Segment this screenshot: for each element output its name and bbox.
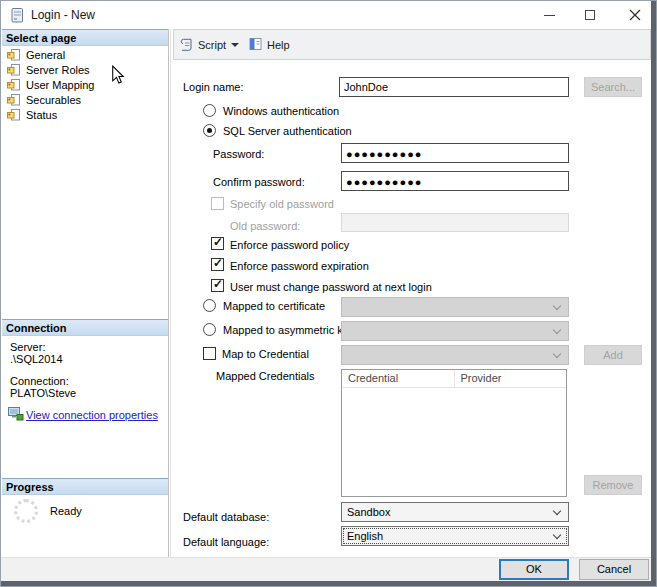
- minimize-button[interactable]: [534, 1, 564, 29]
- default-language-label: Default language:: [183, 536, 269, 549]
- mapped-to-asymmetric-key-label: Mapped to asymmetric key: [223, 324, 354, 337]
- sidebar-item-label: Status: [26, 109, 57, 121]
- default-database-combo[interactable]: Sandbox: [341, 502, 569, 522]
- confirm-password-input[interactable]: [341, 171, 569, 191]
- help-button[interactable]: Help: [267, 39, 290, 51]
- mapped-credentials-label: Mapped Credentials: [216, 370, 314, 383]
- specify-old-password-checkbox[interactable]: [211, 197, 224, 210]
- mouse-cursor: [111, 65, 125, 85]
- help-icon[interactable]: [249, 37, 263, 51]
- page-icon: [7, 78, 21, 92]
- enforce-password-expiration-label: Enforce password expiration: [230, 260, 369, 273]
- maximize-button[interactable]: [575, 1, 605, 29]
- asymmetric-key-combo[interactable]: [341, 321, 569, 341]
- mapped-to-certificate-radio[interactable]: [203, 299, 216, 312]
- connection-header: Connection: [2, 319, 168, 336]
- map-to-credential-label: Map to Credential: [222, 348, 309, 361]
- sidebar-item-server-roles[interactable]: Server Roles: [4, 63, 164, 78]
- certificate-combo[interactable]: [341, 297, 569, 317]
- connection-value: PLATO\Steve: [10, 387, 76, 399]
- table-header-row: Credential Provider: [342, 370, 566, 388]
- sql-auth-label: SQL Server authentication: [223, 125, 352, 138]
- confirm-password-label: Confirm password:: [213, 176, 305, 189]
- sql-auth-radio[interactable]: [203, 124, 216, 137]
- script-button[interactable]: Script: [198, 39, 226, 51]
- title-bar: Login - New: [1, 1, 651, 29]
- old-password-input[interactable]: [341, 213, 569, 232]
- chevron-down-icon: [553, 531, 561, 539]
- provider-column-header: Provider: [455, 370, 567, 387]
- connection-properties-icon: [8, 407, 24, 421]
- must-change-password-checkbox[interactable]: ✓: [211, 279, 224, 292]
- sidebar-item-label: General: [26, 49, 65, 61]
- page-icon: [7, 108, 21, 122]
- window-edge-right: [651, 1, 657, 587]
- chevron-down-icon: [553, 326, 561, 334]
- sidebar-item-label: Securables: [26, 94, 81, 106]
- server-value: .\SQL2014: [10, 353, 63, 365]
- default-language-value: English: [347, 530, 383, 542]
- chevron-down-icon: [553, 507, 561, 515]
- credential-combo[interactable]: [341, 345, 569, 365]
- enforce-password-expiration-checkbox[interactable]: ✓: [211, 258, 224, 271]
- default-language-combo[interactable]: English: [341, 526, 569, 546]
- view-connection-properties-link[interactable]: View connection properties: [26, 409, 158, 421]
- mapped-to-certificate-label: Mapped to certificate: [223, 300, 325, 313]
- default-database-value: Sandbox: [347, 506, 390, 518]
- login-new-dialog: Login - New Script Help Select a page: [0, 0, 657, 587]
- sidebar-item-securables[interactable]: Securables: [4, 93, 164, 108]
- chevron-down-icon: [553, 302, 561, 310]
- password-input[interactable]: [341, 143, 569, 163]
- old-password-label: Old password:: [230, 220, 300, 233]
- map-to-credential-checkbox[interactable]: [203, 347, 216, 360]
- sidebar-item-status[interactable]: Status: [4, 108, 164, 123]
- sidebar-item-user-mapping[interactable]: User Mapping: [4, 78, 164, 93]
- sidebar: Select a page General Server Roles: [2, 29, 169, 557]
- add-button[interactable]: Add: [584, 345, 642, 365]
- page-icon: [7, 48, 21, 62]
- windows-auth-radio[interactable]: [203, 104, 216, 117]
- server-label: Server:: [10, 341, 45, 353]
- dialog-toolbar: [173, 29, 651, 60]
- page-icon: [7, 93, 21, 107]
- sidebar-item-label: User Mapping: [26, 79, 94, 91]
- search-button[interactable]: Search...: [584, 77, 642, 97]
- credential-column-header: Credential: [342, 370, 455, 387]
- chevron-down-icon: [553, 350, 561, 358]
- progress-header: Progress: [2, 478, 168, 495]
- mapped-to-asymmetric-key-radio[interactable]: [203, 323, 216, 336]
- close-button[interactable]: [620, 1, 650, 29]
- mapped-credentials-table[interactable]: Credential Provider: [341, 369, 567, 497]
- specify-old-password-label: Specify old password: [230, 198, 334, 211]
- windows-auth-label: Windows authentication: [223, 105, 339, 118]
- connection-label: Connection:: [10, 375, 69, 387]
- window-edge-bottom: [1, 581, 657, 587]
- login-name-label: Login name:: [183, 81, 244, 94]
- must-change-password-label: User must change password at next login: [230, 281, 432, 294]
- sidebar-item-general[interactable]: General: [4, 48, 164, 63]
- enforce-password-policy-checkbox[interactable]: ✓: [211, 237, 224, 250]
- progress-spinner-icon: [14, 499, 38, 523]
- page-icon: [7, 63, 21, 77]
- remove-button[interactable]: Remove: [584, 475, 642, 495]
- close-icon: [629, 9, 641, 21]
- select-a-page-header: Select a page: [2, 29, 168, 46]
- ok-button[interactable]: OK: [499, 559, 569, 580]
- script-dropdown-icon[interactable]: [231, 43, 239, 47]
- enforce-password-policy-label: Enforce password policy: [230, 239, 349, 252]
- sidebar-item-label: Server Roles: [26, 64, 90, 76]
- script-icon[interactable]: [179, 37, 195, 53]
- window-title: Login - New: [31, 8, 95, 22]
- default-database-label: Default database:: [183, 511, 269, 524]
- app-icon: [11, 8, 24, 23]
- cancel-button[interactable]: Cancel: [579, 559, 649, 580]
- password-label: Password:: [213, 148, 264, 161]
- login-name-input[interactable]: [339, 77, 569, 97]
- progress-status: Ready: [50, 505, 82, 517]
